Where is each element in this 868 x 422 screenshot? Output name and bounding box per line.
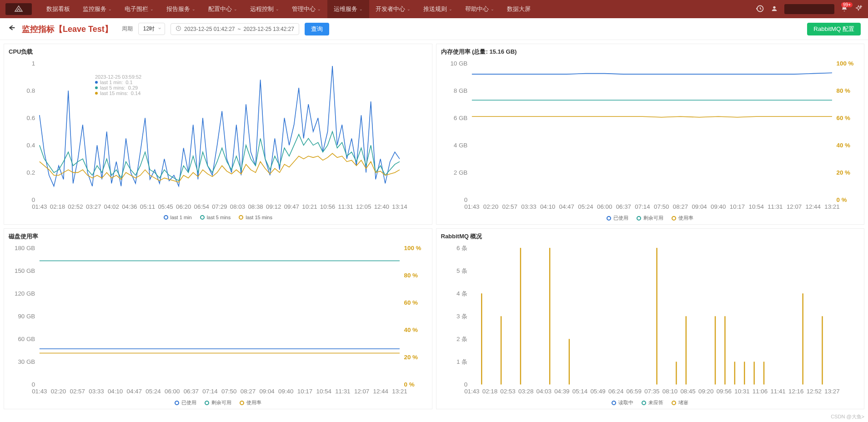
chevron-down-icon: ⌄ — [359, 7, 363, 11]
svg-text:05:11: 05:11 — [140, 203, 155, 210]
svg-text:180 GB: 180 GB — [15, 245, 35, 251]
svg-text:12:07: 12:07 — [786, 203, 801, 210]
svg-text:30 GB: 30 GB — [18, 358, 35, 365]
period-select[interactable]: 12时 — [138, 23, 165, 35]
svg-rect-127 — [568, 339, 569, 384]
svg-rect-135 — [753, 362, 754, 385]
chevron-down-icon: ⌄ — [108, 7, 112, 11]
svg-text:10:31: 10:31 — [734, 388, 749, 395]
svg-text:13:27: 13:27 — [824, 388, 839, 395]
legend-item[interactable]: 未应答 — [642, 399, 663, 406]
nav-item-3[interactable]: 报告服务⌄ — [160, 0, 202, 18]
svg-rect-132 — [724, 316, 725, 384]
legend-item[interactable]: last 1 min — [164, 215, 192, 220]
user-name[interactable] — [784, 4, 834, 14]
legend-item[interactable]: last 15 mins — [239, 215, 272, 220]
legend-item[interactable]: 读取中 — [612, 399, 633, 406]
svg-text:06:37: 06:37 — [184, 388, 199, 395]
legend-item[interactable]: 剩余可用 — [205, 399, 231, 406]
nav-item-8[interactable]: 开发者中心⌄ — [369, 0, 417, 18]
svg-rect-131 — [714, 316, 715, 384]
svg-text:03:33: 03:33 — [521, 203, 536, 210]
nav-item-2[interactable]: 电子围栏⌄ — [118, 0, 160, 18]
svg-rect-124 — [500, 316, 501, 384]
chevron-down-icon: ⌄ — [276, 7, 279, 11]
legend-item[interactable]: 剩余可用 — [637, 215, 663, 221]
svg-text:05:24: 05:24 — [578, 203, 593, 210]
notification-badge: 99+ — [841, 2, 853, 7]
svg-text:09:47: 09:47 — [284, 203, 299, 210]
bell-icon[interactable]: 99+ — [841, 5, 848, 14]
chevron-down-icon: ⌄ — [317, 7, 321, 11]
svg-text:0.4: 0.4 — [27, 142, 35, 149]
history-icon[interactable] — [755, 4, 764, 15]
svg-text:06:00: 06:00 — [597, 203, 612, 210]
svg-rect-134 — [744, 362, 745, 385]
svg-text:6 条: 6 条 — [457, 245, 467, 251]
svg-text:80 %: 80 % — [404, 272, 418, 279]
svg-rect-129 — [676, 362, 677, 385]
svg-text:3 条: 3 条 — [457, 313, 467, 320]
svg-text:10:21: 10:21 — [302, 203, 317, 210]
svg-text:03:33: 03:33 — [89, 388, 104, 395]
svg-text:12:52: 12:52 — [806, 388, 821, 395]
svg-text:08:10: 08:10 — [662, 388, 677, 395]
nav-item-1[interactable]: 监控服务⌄ — [76, 0, 118, 18]
svg-rect-123 — [481, 293, 482, 384]
svg-text:100 %: 100 % — [836, 60, 853, 67]
nav-item-7[interactable]: 运维服务⌄ — [327, 0, 369, 18]
svg-text:0: 0 — [464, 196, 467, 203]
svg-text:04:02: 04:02 — [104, 203, 119, 210]
svg-text:0.2: 0.2 — [27, 169, 35, 176]
back-button[interactable] — [7, 24, 16, 34]
query-button[interactable]: 查询 — [305, 23, 329, 35]
nav-item-0[interactable]: 数据看板 — [40, 0, 76, 18]
chevron-down-icon: ⌄ — [150, 7, 154, 11]
svg-text:0.8: 0.8 — [27, 87, 35, 94]
svg-text:4 GB: 4 GB — [453, 142, 467, 149]
svg-text:02:18: 02:18 — [50, 203, 65, 210]
svg-text:0 %: 0 % — [404, 381, 415, 388]
legend-item[interactable]: 堵塞 — [672, 399, 688, 406]
svg-text:11:06: 11:06 — [752, 388, 767, 395]
legend-item[interactable]: 已使用 — [607, 215, 628, 221]
legend-item[interactable]: 已使用 — [175, 399, 196, 406]
rabbitmq-config-button[interactable]: RabbitMQ 配置 — [807, 23, 861, 35]
sparkle-icon[interactable] — [854, 5, 863, 14]
toolbar: 监控指标【Leave Test】 周期 12时 2023-12-25 01:42… — [0, 18, 868, 40]
svg-text:0: 0 — [32, 381, 35, 388]
svg-text:80 %: 80 % — [836, 87, 850, 94]
svg-rect-133 — [734, 362, 735, 385]
svg-text:06:20: 06:20 — [176, 203, 191, 210]
chart-legend: 已使用剩余可用使用率 — [9, 397, 427, 407]
clock-icon — [176, 25, 181, 33]
svg-rect-128 — [656, 248, 657, 384]
svg-rect-138 — [822, 316, 823, 384]
legend-item[interactable]: 使用率 — [672, 215, 693, 221]
svg-text:02:57: 02:57 — [70, 388, 85, 395]
nav-item-5[interactable]: 远程控制⌄ — [244, 0, 286, 18]
svg-text:05:49: 05:49 — [590, 388, 605, 395]
svg-text:02:18: 02:18 — [482, 388, 497, 395]
nav-item-6[interactable]: 管理中心⌄ — [286, 0, 327, 18]
svg-text:03:28: 03:28 — [518, 388, 533, 395]
date-range-picker[interactable]: 2023-12-25 01:42:27 ~ 2023-12-25 13:42:2… — [171, 23, 299, 35]
nav-item-4[interactable]: 配置中心⌄ — [202, 0, 244, 18]
svg-text:0: 0 — [464, 381, 467, 388]
svg-text:04:47: 04:47 — [559, 203, 574, 210]
user-icon[interactable] — [771, 5, 778, 14]
svg-text:08:03: 08:03 — [230, 203, 245, 210]
svg-text:20 %: 20 % — [836, 169, 850, 176]
chevron-down-icon: ⌄ — [234, 7, 237, 11]
nav-item-10[interactable]: 帮助中心⌄ — [459, 0, 501, 18]
svg-text:09:20: 09:20 — [698, 388, 713, 395]
nav-item-11[interactable]: 数据大屏 — [501, 0, 537, 18]
svg-text:12:16: 12:16 — [788, 388, 803, 395]
legend-item[interactable]: last 5 mins — [200, 215, 231, 220]
svg-text:06:00: 06:00 — [165, 388, 180, 395]
svg-text:08:27: 08:27 — [672, 203, 687, 210]
nav-item-9[interactable]: 推送规则⌄ — [417, 0, 459, 18]
start-time: 2023-12-25 01:42:27 — [184, 26, 235, 32]
svg-rect-130 — [685, 316, 686, 384]
legend-item[interactable]: 使用率 — [240, 399, 261, 406]
